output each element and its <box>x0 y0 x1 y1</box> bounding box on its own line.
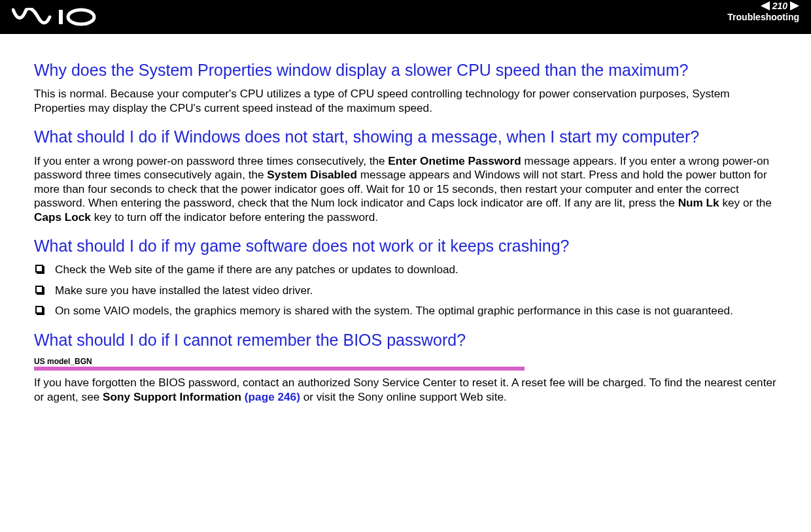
bold-text: Enter Onetime Password <box>388 154 521 167</box>
paragraph: If you have forgotten the BIOS password,… <box>34 376 777 404</box>
text-run: If you enter a wrong power-on password t… <box>34 154 388 167</box>
text-run: On some VAIO models, the graphics memory… <box>55 304 733 317</box>
page-number: 210 <box>772 1 787 10</box>
vaio-logo <box>12 8 107 26</box>
section-heading: What should I do if Windows does not sta… <box>34 127 777 147</box>
bold-text: Sony Support Information <box>103 390 245 403</box>
paragraph: This is normal. Because your computer's … <box>34 87 777 115</box>
text-run: or visit the Sony online support Web sit… <box>300 390 507 403</box>
prev-page-arrow-icon[interactable] <box>761 1 770 10</box>
bold-text: System Disabled <box>267 168 357 181</box>
bullet-icon <box>35 265 43 273</box>
vaio-logo-svg <box>12 8 107 26</box>
svg-point-1 <box>68 10 94 24</box>
bullet-list: Check the Web site of the game if there … <box>34 263 777 318</box>
list-item: Check the Web site of the game if there … <box>34 263 777 277</box>
section-heading: What should I do if my game software doe… <box>34 236 777 256</box>
list-item: On some VAIO models, the graphics memory… <box>34 304 777 318</box>
page-content: Why does the System Properties window di… <box>0 34 811 421</box>
list-item-text: On some VAIO models, the graphics memory… <box>55 304 733 318</box>
bullet-icon <box>35 306 43 314</box>
bold-text: Num Lk <box>678 196 719 209</box>
text-run: Check the Web site of the game if there … <box>55 263 458 276</box>
text-run: Make sure you have installed the latest … <box>55 284 313 297</box>
list-item-text: Check the Web site of the game if there … <box>55 263 458 277</box>
header-bar: 210 Troubleshooting <box>0 0 811 34</box>
list-item: Make sure you have installed the latest … <box>34 284 777 298</box>
svg-rect-0 <box>59 10 63 24</box>
text-run: key or the <box>719 196 772 209</box>
page-nav: 210 Troubleshooting <box>727 0 799 22</box>
divider-bar <box>34 367 525 371</box>
next-page-arrow-icon[interactable] <box>790 1 799 10</box>
paragraph: If you enter a wrong power-on password t… <box>34 154 777 225</box>
section-heading: Why does the System Properties window di… <box>34 60 777 80</box>
text-run: This is normal. Because your computer's … <box>34 87 730 114</box>
list-item-text: Make sure you have installed the latest … <box>55 284 313 298</box>
section-label: Troubleshooting <box>727 12 799 22</box>
bold-text: Caps Lock <box>34 210 91 224</box>
section-heading: What should I do if I cannot remember th… <box>34 330 777 350</box>
text-run: key to turn off the indicator before ent… <box>91 210 378 224</box>
bullet-icon <box>35 286 43 293</box>
model-label: US model_BGN <box>34 357 777 366</box>
page-link[interactable]: (page 246) <box>245 390 300 403</box>
